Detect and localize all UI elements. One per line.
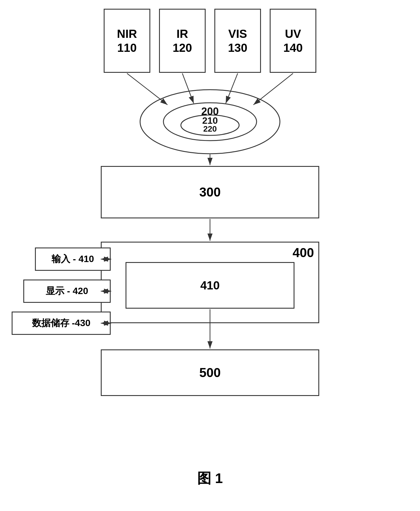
sensor-box-nir: NIR110 xyxy=(104,9,150,73)
svg-point-3 xyxy=(163,103,257,141)
figure-caption: 图 1 xyxy=(197,469,223,488)
side-box-input-410: 输入 - 410 xyxy=(35,247,111,271)
svg-line-9 xyxy=(182,73,194,103)
svg-line-10 xyxy=(226,73,238,103)
svg-text:200: 200 xyxy=(201,105,219,117)
caption-text: 图 1 xyxy=(197,471,223,486)
block-410-label: 410 xyxy=(200,279,220,292)
side-box-display-420: 显示 - 420 xyxy=(23,280,111,303)
block-410-inner: 410 xyxy=(126,262,294,309)
svg-text:210: 210 xyxy=(202,115,218,126)
block-500: 500 xyxy=(101,349,319,396)
side-430-label: 数据储存 -430 xyxy=(32,317,91,330)
sensor-ir-label: IR120 xyxy=(173,27,192,55)
side-box-datastorage-430: 数据储存 -430 xyxy=(12,312,111,335)
sensor-vis-label: VIS130 xyxy=(228,27,248,55)
block-400-label: 400 xyxy=(293,245,314,260)
svg-line-11 xyxy=(253,73,293,105)
sensor-box-uv: UV140 xyxy=(270,9,316,73)
svg-text:220: 220 xyxy=(203,124,217,133)
sensor-nir-label: NIR110 xyxy=(117,27,137,55)
diagram-container: NIR110 IR120 VIS130 UV140 300 400 410 50… xyxy=(0,0,420,511)
svg-point-4 xyxy=(181,115,239,135)
block-300-label: 300 xyxy=(199,185,220,199)
sensor-uv-label: UV140 xyxy=(283,27,303,55)
top-boxes: NIR110 IR120 VIS130 UV140 xyxy=(104,9,316,73)
svg-point-2 xyxy=(140,90,280,154)
svg-line-8 xyxy=(127,73,167,105)
side-410-label: 输入 - 410 xyxy=(52,253,94,266)
sensor-box-ir: IR120 xyxy=(159,9,206,73)
block-500-label: 500 xyxy=(199,365,220,380)
sensor-box-vis: VIS130 xyxy=(214,9,261,73)
side-420-label: 显示 - 420 xyxy=(46,285,88,298)
block-300: 300 xyxy=(101,166,319,218)
